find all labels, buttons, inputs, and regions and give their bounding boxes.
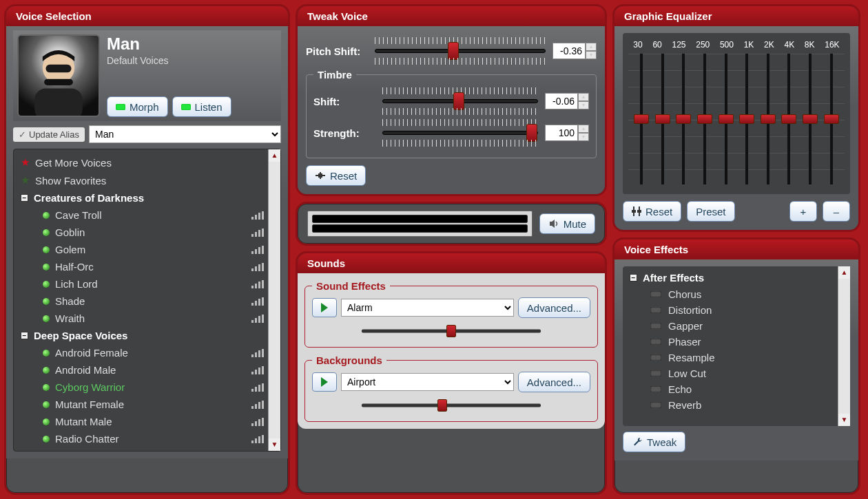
voice-item[interactable]: Shade — [19, 293, 265, 310]
eq-band-slider[interactable] — [656, 54, 670, 184]
vu-meter-panel: Mute — [296, 202, 607, 246]
update-alias-checkbox[interactable]: ✓Update Alias — [13, 127, 85, 142]
eq-reset-button[interactable]: Reset — [623, 201, 681, 222]
spin-up-icon[interactable]: ▲ — [578, 93, 589, 101]
morph-button[interactable]: Morph — [107, 96, 168, 117]
voice-item[interactable]: Cave Troll — [19, 206, 265, 224]
effect-item[interactable]: Distortion — [630, 302, 834, 318]
listen-label: Listen — [195, 101, 223, 113]
effect-item[interactable]: Phaser — [630, 334, 834, 350]
sfx-advanced-button[interactable]: Advanced... — [518, 297, 590, 318]
voice-item[interactable]: Radio Chatter — [19, 430, 265, 447]
eq-band-slider[interactable] — [825, 54, 838, 184]
voice-dot-icon — [43, 229, 50, 236]
voice-group[interactable]: −Deep Space Voices — [19, 327, 265, 344]
bg-advanced-button[interactable]: Advanced... — [518, 372, 590, 392]
timbre-strength-spinner[interactable]: ▲▼ — [545, 125, 589, 141]
scroll-down-icon[interactable]: ▼ — [838, 414, 850, 426]
star-icon: ★ — [21, 174, 30, 187]
voice-combo[interactable]: Man — [89, 125, 281, 143]
signal-bars-icon — [251, 280, 264, 288]
signal-bars-icon — [251, 315, 264, 323]
vu-meter — [307, 211, 533, 237]
voice-item[interactable]: Android Male — [19, 361, 265, 379]
tweak-voice-title: Tweak Voice — [298, 6, 605, 26]
voice-group[interactable]: −Creatures of Darkness — [19, 189, 265, 206]
eq-add-button[interactable]: + — [789, 201, 817, 222]
collapse-icon[interactable]: − — [630, 274, 637, 282]
bg-combo[interactable]: Airport — [341, 373, 514, 391]
tweak-voice-panel: Tweak Voice Pitch Shift: ▲▼ Timbre Shift… — [296, 4, 607, 196]
eq-remove-button[interactable]: – — [823, 201, 850, 222]
show-favorites-link[interactable]: ★Show Favorites — [19, 171, 265, 189]
scroll-down-icon[interactable]: ▼ — [269, 438, 280, 451]
listen-button[interactable]: Listen — [172, 96, 231, 117]
led-icon — [116, 104, 125, 110]
scroll-up-icon[interactable]: ▲ — [838, 266, 850, 279]
voice-item[interactable]: Half-Orc — [19, 258, 265, 275]
effects-scrollbar[interactable]: ▲ ▼ — [838, 266, 850, 426]
effects-tree[interactable]: −After Effects ChorusDistortionGapperPha… — [623, 266, 838, 426]
effect-item[interactable]: Low Cut — [630, 365, 834, 381]
spin-down-icon[interactable]: ▼ — [578, 101, 589, 109]
eq-band-slider[interactable] — [761, 54, 775, 184]
timbre-group: Timbre Shift: ▲▼ Strength: ▲▼ — [306, 69, 597, 158]
effect-item[interactable]: Chorus — [630, 286, 834, 302]
sfx-combo[interactable]: Alarm — [341, 299, 514, 317]
led-icon — [650, 307, 661, 313]
voice-item[interactable]: Android Female — [19, 344, 265, 361]
bg-play-button[interactable] — [312, 372, 337, 392]
voice-item[interactable]: Golem — [19, 241, 265, 258]
eq-band-slider[interactable] — [719, 54, 733, 184]
collapse-icon[interactable]: − — [21, 332, 28, 339]
equalizer-title: Graphic Equalizer — [614, 6, 858, 26]
voice-item[interactable]: Lich Lord — [19, 275, 265, 293]
spin-up-icon[interactable]: ▲ — [578, 125, 589, 133]
eq-band-slider[interactable] — [634, 54, 648, 184]
timbre-shift-spinner[interactable]: ▲▼ — [545, 93, 589, 109]
timbre-legend: Timbre — [313, 69, 356, 81]
voice-item[interactable]: Goblin — [19, 224, 265, 241]
mute-button[interactable]: Mute — [539, 213, 595, 234]
timbre-strength-slider[interactable] — [382, 119, 538, 147]
effect-item[interactable]: Echo — [630, 381, 834, 397]
spin-down-icon[interactable]: ▼ — [578, 133, 589, 141]
get-more-voices-link[interactable]: ★Get More Voices — [19, 153, 265, 171]
voice-item[interactable]: Mutant Male — [19, 413, 265, 430]
eq-preset-button[interactable]: Preset — [687, 201, 734, 222]
pitch-shift-spinner[interactable]: ▲▼ — [552, 43, 597, 59]
voice-scrollbar[interactable]: ▲ ▼ — [268, 149, 280, 451]
pitch-shift-label: Pitch Shift: — [306, 45, 368, 57]
check-icon: ✓ — [19, 129, 26, 140]
update-alias-label: Update Alias — [29, 129, 79, 140]
voice-dot-icon — [43, 298, 50, 305]
eq-band-slider[interactable] — [740, 54, 754, 184]
effects-tweak-button[interactable]: Tweak — [623, 432, 685, 452]
sound-effects-legend: Sound Effects — [312, 280, 390, 292]
timbre-shift-slider[interactable] — [382, 87, 538, 115]
voice-tree[interactable]: ★Get More Voices ★Show Favorites −Creatu… — [14, 149, 268, 451]
eq-band-slider[interactable] — [803, 54, 817, 184]
spin-down-icon[interactable]: ▼ — [586, 51, 597, 59]
effect-item[interactable]: Gapper — [630, 318, 834, 334]
eq-band-slider[interactable] — [782, 54, 796, 184]
eq-band-slider[interactable] — [698, 54, 712, 184]
led-icon — [650, 354, 661, 361]
pitch-shift-slider[interactable] — [375, 37, 546, 65]
collapse-icon[interactable]: − — [21, 194, 28, 202]
effect-item[interactable]: Resample — [630, 350, 834, 365]
scroll-up-icon[interactable]: ▲ — [269, 149, 280, 162]
sfx-play-button[interactable] — [312, 298, 337, 317]
tweak-reset-button[interactable]: Reset — [306, 165, 366, 186]
bg-volume-slider[interactable] — [362, 399, 541, 412]
voice-selection-title: Voice Selection — [6, 6, 288, 26]
sfx-volume-slider[interactable] — [362, 325, 541, 337]
effect-item[interactable]: Reverb — [630, 397, 834, 413]
backgrounds-legend: Backgrounds — [312, 354, 386, 366]
after-effects-group[interactable]: −After Effects — [630, 272, 834, 284]
spin-up-icon[interactable]: ▲ — [586, 43, 597, 51]
voice-item[interactable]: Wraith — [19, 310, 265, 327]
eq-band-slider[interactable] — [676, 54, 690, 184]
voice-item[interactable]: Mutant Female — [19, 396, 265, 413]
voice-item[interactable]: Cyborg Warrior — [19, 379, 265, 396]
